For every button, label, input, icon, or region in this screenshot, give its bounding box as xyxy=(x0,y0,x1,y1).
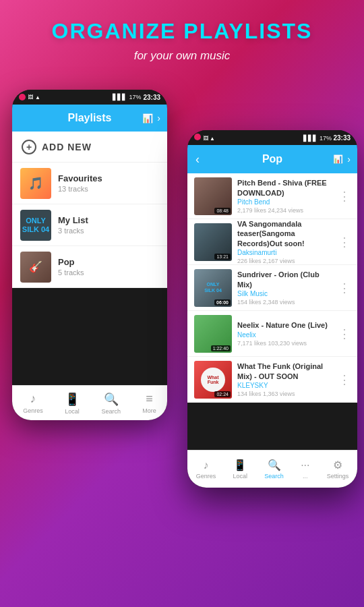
track-more-icon-4[interactable]: ⋮ xyxy=(338,326,351,341)
phone-left: 🖼 ▲ ▋▋▋ 17% 23:33 Playlists 📊 › + ADD NE… xyxy=(12,90,167,420)
right-battery: 17% xyxy=(320,135,332,142)
left-nav-more[interactable]: ≡ More xyxy=(142,392,156,414)
track-artist-3: Silk Music xyxy=(237,290,333,297)
search-icon: 🔍 xyxy=(104,392,119,407)
track-name-4: Neelix - Nature One (Live) xyxy=(237,320,333,330)
right-nav-local[interactable]: 📱 Local xyxy=(233,459,247,480)
track-thumb-4: 1:22:40 xyxy=(194,315,232,353)
local-label: Local xyxy=(65,408,80,415)
left-nav-local[interactable]: 📱 Local xyxy=(65,392,80,415)
track-info-2: VA Sangomandala teaser(Sangoma Records)O… xyxy=(237,219,333,264)
right-music-icon xyxy=(194,134,201,140)
add-new-row[interactable]: + ADD NEW xyxy=(12,132,167,163)
track-item-1[interactable]: 08:48 Pitch Bend - Shiva (FREE DOWNLOAD)… xyxy=(187,173,357,219)
chart-icon[interactable]: 📊 xyxy=(142,113,153,123)
back-button[interactable]: ‹ xyxy=(195,152,200,167)
playlist-item-mylist[interactable]: ONLYSILK 04 My List 3 tracks xyxy=(12,204,167,246)
track-stats-5: 134 likes 1,363 views xyxy=(237,391,333,397)
left-header-icons: 📊 › xyxy=(142,113,160,123)
hero-subtitle: for your own music xyxy=(0,49,364,63)
right-chevron-icon[interactable]: › xyxy=(347,154,351,165)
track-duration-2: 13:21 xyxy=(214,254,231,260)
track-duration-4: 1:22:40 xyxy=(211,345,231,351)
right-dots-label: ... xyxy=(303,473,308,480)
more-icon: ≡ xyxy=(146,392,153,406)
track-info-5: What The Funk (Original Mix) - OUT SOON … xyxy=(237,362,333,397)
left-bottom-nav: ♪ Genres 📱 Local 🔍 Search ≡ More xyxy=(12,385,167,420)
phones-container: 🖼 ▲ ▋▋▋ 17% 23:33 Playlists 📊 › + ADD NE… xyxy=(0,76,364,562)
track-stats-4: 7,171 likes 103,230 views xyxy=(237,340,333,347)
playlists-title: Playlists xyxy=(68,112,112,124)
right-clock: 23:33 xyxy=(333,134,351,142)
track-more-icon-2[interactable]: ⋮ xyxy=(338,235,351,250)
track-artist-4: Neelix xyxy=(237,331,333,339)
left-status-bar: 🖼 ▲ ▋▋▋ 17% 23:33 xyxy=(12,90,167,105)
pop-thumb-art: 🎸 xyxy=(20,252,51,283)
track-artist-1: Pitch Bend xyxy=(237,198,333,206)
playlist-list: 🎵 Favourites 13 tracks ONLYSILK 04 My Li… xyxy=(12,163,167,288)
more-label: More xyxy=(142,407,156,414)
track-name-3: Sundriver - Orion (Club Mix) xyxy=(237,270,333,289)
track-item-5[interactable]: WhatFunk 02:24 What The Funk (Original M… xyxy=(187,357,357,403)
search-label: Search xyxy=(101,408,121,415)
track-info-3: Sundriver - Orion (Club Mix) Silk Music … xyxy=(237,270,333,306)
track-more-icon-5[interactable]: ⋮ xyxy=(338,372,351,387)
right-nav-genres[interactable]: ♪ Genres xyxy=(196,459,216,480)
genres-icon: ♪ xyxy=(30,392,36,406)
track-thumb-5: WhatFunk 02:24 xyxy=(194,361,232,399)
right-settings-icon: ⚙ xyxy=(333,459,342,471)
pop-thumb: 🎸 xyxy=(20,252,51,283)
right-settings-label: Settings xyxy=(327,473,349,480)
clock-left: 23:33 xyxy=(143,94,160,101)
right-search-label: Search xyxy=(264,473,284,480)
wifi-signal-icon: ▲ xyxy=(35,94,40,100)
mylist-thumb-art: ONLYSILK 04 xyxy=(20,210,51,241)
right-chart-icon[interactable]: 📊 xyxy=(333,154,343,164)
track-item-2[interactable]: 13:21 VA Sangomandala teaser(Sangoma Rec… xyxy=(187,219,357,265)
chevron-right-icon[interactable]: › xyxy=(157,113,160,123)
pop-name: Pop xyxy=(58,257,84,267)
track-info-4: Neelix - Nature One (Live) Neelix 7,171 … xyxy=(237,320,333,346)
track-more-icon-3[interactable]: ⋮ xyxy=(338,281,351,295)
right-local-label: Local xyxy=(233,473,247,480)
track-stats-2: 226 likes 2,167 views xyxy=(237,258,333,264)
track-duration-5: 02:24 xyxy=(214,391,231,397)
battery-percent-left: 17% xyxy=(129,94,141,100)
track-name-1: Pitch Bend - Shiva (FREE DOWNLOAD) xyxy=(237,178,333,198)
playlist-item-pop[interactable]: 🎸 Pop 5 tracks xyxy=(12,246,167,288)
right-nav-settings[interactable]: ⚙ Settings xyxy=(327,459,349,480)
track-item-4[interactable]: 1:22:40 Neelix - Nature One (Live) Neeli… xyxy=(187,311,357,357)
right-genres-icon: ♪ xyxy=(203,459,208,471)
track-list: 08:48 Pitch Bend - Shiva (FREE DOWNLOAD)… xyxy=(187,173,357,403)
right-search-icon: 🔍 xyxy=(268,459,281,471)
pop-playlist-title: Pop xyxy=(262,153,282,165)
left-nav-genres[interactable]: ♪ Genres xyxy=(23,392,43,414)
add-new-circle-icon: + xyxy=(22,140,36,154)
track-item-3[interactable]: ONLYSILK 04 06:00 Sundriver - Orion (Clu… xyxy=(187,265,357,311)
right-nav-search[interactable]: 🔍 Search xyxy=(264,459,284,480)
track-name-5: What The Funk (Original Mix) - OUT SOON xyxy=(237,362,333,381)
favourites-name: Favourites xyxy=(58,173,102,183)
track-name-2: VA Sangomandala teaser(Sangoma Records)O… xyxy=(237,219,333,248)
right-bottom-nav: ♪ Genres 📱 Local 🔍 Search ··· ... ⚙ Sett… xyxy=(187,450,357,488)
track-stats-1: 2,179 likes 24,234 views xyxy=(237,207,333,214)
track-duration-3: 06:00 xyxy=(214,299,231,306)
hero-title: ORGANIZE PLAYLISTS xyxy=(0,0,364,44)
mylist-thumb: ONLYSILK 04 xyxy=(20,210,51,241)
music-app-icon xyxy=(19,94,26,100)
local-icon: 📱 xyxy=(65,392,80,407)
pop-tracks: 5 tracks xyxy=(58,268,84,277)
right-status-right-info: ▋▋▋ 17% 23:33 xyxy=(303,134,351,142)
right-header-icons: 📊 › xyxy=(333,154,351,165)
right-signal-icon: ▋▋▋ xyxy=(303,135,317,142)
right-status-info: ▋▋▋ 17% 23:33 xyxy=(113,94,160,101)
track-more-icon-1[interactable]: ⋮ xyxy=(338,189,351,204)
right-nav-dots[interactable]: ··· ... xyxy=(301,459,309,480)
left-nav-search[interactable]: 🔍 Search xyxy=(101,392,121,415)
playlist-item-favourites[interactable]: 🎵 Favourites 13 tracks xyxy=(12,163,167,204)
track-artist-2: Daksinamurti xyxy=(237,249,333,256)
favourites-tracks: 13 tracks xyxy=(58,185,102,193)
signal-bars-icon: ▋▋▋ xyxy=(113,94,127,100)
mylist-name: My List xyxy=(58,215,88,225)
photo-icon: 🖼 xyxy=(28,94,33,100)
